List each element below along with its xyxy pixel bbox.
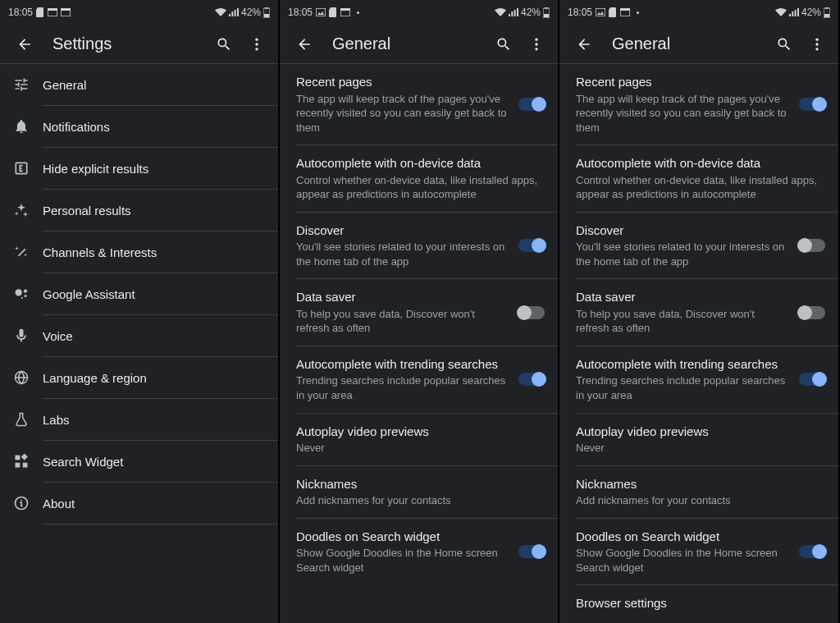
setting-title: Doodles on Search widget	[296, 529, 509, 545]
nav-item-channels[interactable]: Channels & Interests	[0, 231, 278, 273]
nav-item-personal[interactable]: Personal results	[0, 190, 278, 231]
toggle[interactable]	[799, 98, 825, 111]
nav-item-labs[interactable]: Labs	[0, 399, 278, 440]
setting-discover[interactable]: DiscoverYou'll see stories related to yo…	[559, 213, 838, 279]
setting-doodles[interactable]: Doodles on Search widgetShow Google Dood…	[559, 519, 838, 585]
setting-autoplay[interactable]: Autoplay video previewsNever	[559, 414, 838, 465]
toggle[interactable]	[799, 306, 825, 319]
search-button[interactable]	[208, 28, 240, 61]
setting-data-saver[interactable]: Data saverTo help you save data, Discove…	[559, 279, 838, 346]
wand-icon	[13, 244, 43, 260]
nav-item-explicit[interactable]: Hide explicit results	[0, 148, 278, 189]
nav-label: Voice	[43, 329, 278, 343]
info-icon	[13, 495, 43, 511]
nav-item-assistant[interactable]: Google Assistant	[0, 273, 278, 314]
svg-point-28	[535, 43, 537, 45]
page-title: Settings	[41, 34, 208, 53]
toggle[interactable]	[799, 545, 825, 558]
overflow-button[interactable]	[520, 28, 553, 61]
svg-rect-19	[21, 453, 28, 460]
nav-item-widget[interactable]: Search Widget	[0, 441, 278, 482]
setting-autocomplete-device[interactable]: Autocomplete with on-device dataControl …	[559, 145, 838, 212]
setting-autocomplete-device[interactable]: Autocomplete with on-device dataControl …	[280, 145, 558, 212]
svg-point-37	[815, 43, 818, 45]
back-button[interactable]	[568, 28, 600, 61]
setting-sub: The app will keep track of the pages you…	[296, 92, 509, 135]
svg-rect-35	[824, 14, 829, 17]
setting-nicknames[interactable]: NicknamesAdd nicknames for your contacts	[280, 466, 558, 518]
nav-item-language[interactable]: Language & region	[0, 357, 278, 398]
globe-icon	[13, 369, 43, 386]
battery-icon	[263, 7, 270, 18]
toggle[interactable]	[518, 98, 545, 111]
status-left: 18:05	[288, 7, 359, 18]
page-title: General	[600, 34, 768, 53]
status-time: 18:05	[8, 7, 33, 18]
setting-recent-pages[interactable]: Recent pagesThe app will keep track of t…	[559, 64, 838, 144]
setting-autoplay[interactable]: Autoplay video previewsNever	[280, 414, 558, 465]
svg-rect-21	[316, 8, 326, 16]
svg-rect-34	[826, 7, 829, 9]
sd-card-icon	[36, 7, 44, 17]
app-bar: General	[559, 25, 838, 64]
svg-rect-30	[596, 8, 605, 16]
status-time: 18:05	[568, 7, 592, 18]
page-title: General	[321, 34, 487, 53]
setting-title: Autoplay video previews	[296, 424, 545, 440]
nav-label: Labs	[43, 413, 278, 427]
status-time: 18:05	[288, 7, 313, 18]
svg-rect-25	[546, 7, 548, 9]
battery-text: 42%	[241, 7, 261, 18]
pane-settings: 18:05 42% Settings General	[0, 0, 280, 623]
more-dot	[637, 11, 639, 14]
nav-item-voice[interactable]: Voice	[0, 315, 278, 356]
window2-icon	[61, 8, 71, 16]
status-bar: 18:05 42%	[0, 0, 278, 25]
back-button[interactable]	[8, 28, 41, 61]
setting-sub: Show Google Doodles in the Home screen S…	[296, 546, 509, 575]
toggle[interactable]	[518, 545, 545, 558]
overflow-button[interactable]	[801, 28, 833, 61]
svg-point-38	[815, 48, 818, 50]
nav-item-about[interactable]: About	[0, 483, 278, 524]
pane-general-2: 18:05 42% General Recent pagesThe app wi…	[559, 0, 840, 623]
sparkle-icon	[13, 202, 43, 218]
setting-title: Discover	[296, 222, 509, 239]
nav-label: About	[43, 497, 278, 511]
search-button[interactable]	[768, 28, 801, 61]
setting-discover[interactable]: DiscoverYou'll see stories related to yo…	[280, 213, 558, 279]
status-right: 42%	[215, 7, 270, 18]
svg-point-29	[535, 48, 537, 50]
setting-autocomplete-trending[interactable]: Autocomplete with trending searchesTrend…	[559, 346, 838, 413]
setting-browser[interactable]: Browser settings	[559, 585, 838, 623]
setting-doodles[interactable]: Doodles on Search widgetShow Google Dood…	[280, 519, 558, 585]
setting-sub: Never	[576, 441, 825, 456]
setting-sub: Never	[296, 441, 545, 456]
sd-card-icon	[329, 7, 337, 17]
nav-label: Search Widget	[43, 455, 278, 469]
setting-nicknames[interactable]: NicknamesAdd nicknames for your contacts	[559, 466, 838, 518]
setting-sub: To help you save data, Discover won't re…	[576, 307, 789, 336]
toggle[interactable]	[518, 239, 545, 252]
setting-recent-pages[interactable]: Recent pagesThe app will keep track of t…	[280, 64, 558, 144]
toggle[interactable]	[799, 373, 825, 386]
nav-item-notifications[interactable]: Notifications	[0, 106, 278, 147]
setting-data-saver[interactable]: Data saverTo help you save data, Discove…	[280, 279, 558, 346]
search-button[interactable]	[487, 28, 520, 61]
setting-autocomplete-trending[interactable]: Autocomplete with trending searchesTrend…	[280, 346, 558, 413]
nav-item-general[interactable]: General	[0, 64, 278, 105]
setting-title: Autocomplete with on-device data	[576, 155, 825, 172]
svg-rect-1	[48, 8, 57, 11]
toggle[interactable]	[518, 373, 545, 386]
back-button[interactable]	[288, 28, 321, 61]
svg-point-8	[255, 43, 258, 45]
svg-point-13	[25, 295, 27, 297]
toggle[interactable]	[518, 306, 545, 319]
signal-icon	[229, 8, 239, 16]
overflow-button[interactable]	[240, 28, 273, 61]
svg-point-11	[16, 289, 22, 295]
app-bar: General	[280, 25, 558, 64]
toggle[interactable]	[799, 239, 825, 252]
nav-label: General	[43, 78, 278, 92]
setting-sub: Control whether on-device data, like ins…	[576, 173, 825, 202]
